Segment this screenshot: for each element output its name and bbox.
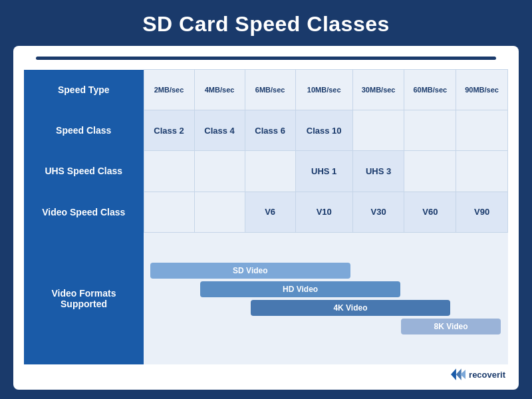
cell-90mb: 90MB/sec — [456, 70, 508, 110]
cell-uhs3: UHS 3 — [352, 151, 404, 192]
cell-v60: V60 — [404, 192, 456, 232]
sd-video-row: SD Video — [150, 263, 501, 279]
cell-class10: Class 10 — [295, 110, 352, 151]
8k-video-row: 8K Video — [150, 319, 501, 334]
cell-v10: V10 — [295, 192, 352, 232]
row-label-speed-class: Speed Class — [24, 110, 144, 151]
cell-vsc-empty1 — [144, 192, 194, 232]
cell-4mb: 4MB/sec — [194, 70, 245, 110]
4k-video-row: 4K Video — [150, 300, 501, 316]
table-row-speed-class: Speed Class Class 2 Class 4 Class 6 Clas… — [24, 110, 508, 151]
8k-video-bar: 8K Video — [401, 319, 501, 334]
cell-60mb: 60MB/sec — [404, 70, 456, 110]
video-bars: SD Video HD Video 4K Video — [148, 259, 504, 338]
video-formats-cells: SD Video HD Video 4K Video — [144, 232, 508, 364]
row-label-uhs: UHS Speed Class — [24, 151, 144, 192]
cell-class4: Class 4 — [194, 110, 245, 151]
cell-sc-empty1 — [352, 110, 404, 151]
cell-v6: V6 — [245, 192, 295, 232]
4k-video-bar: 4K Video — [251, 300, 451, 316]
cell-2mb: 2MB/sec — [144, 70, 194, 110]
table-row-video-formats: Video FormatsSupported SD Video HD Video — [24, 232, 508, 364]
sd-video-bar: SD Video — [150, 263, 350, 279]
cell-30mb: 30MB/sec — [352, 70, 404, 110]
table-row-uhs-speed-class: UHS Speed Class UHS 1 UHS 3 — [24, 151, 508, 192]
cell-uhs-empty4 — [404, 151, 456, 192]
cell-v90: V90 — [456, 192, 508, 232]
table-row-video-speed-class: Video Speed Class V6 V10 V30 V60 V90 — [24, 192, 508, 232]
cell-uhs-empty1 — [144, 151, 194, 192]
cell-uhs-empty5 — [456, 151, 508, 192]
table-row-speed-type: Speed Type 2MB/sec 4MB/sec 6MB/sec 10MB/… — [24, 70, 508, 110]
cell-sc-empty3 — [456, 110, 508, 151]
cell-class2: Class 2 — [144, 110, 194, 151]
table-wrapper: Speed Type 2MB/sec 4MB/sec 6MB/sec 10MB/… — [24, 69, 508, 364]
brand-name: recoverit — [469, 370, 505, 380]
hd-video-bar: HD Video — [200, 281, 400, 297]
cell-v30: V30 — [352, 192, 404, 232]
cell-uhs1: UHS 1 — [295, 151, 352, 192]
card: Speed Type 2MB/sec 4MB/sec 6MB/sec 10MB/… — [13, 46, 519, 390]
logo-row: recoverit — [24, 368, 508, 380]
cell-6mb: 6MB/sec — [245, 70, 295, 110]
cell-class6: Class 6 — [245, 110, 295, 151]
recoverit-icon — [451, 368, 466, 380]
row-label-video-formats: Video FormatsSupported — [24, 232, 144, 364]
row-label-speed-type: Speed Type — [24, 70, 144, 110]
cell-uhs-empty2 — [194, 151, 245, 192]
page-title: SD Card Speed Classes — [142, 12, 390, 37]
cell-10mb: 10MB/sec — [295, 70, 352, 110]
row-label-video-speed: Video Speed Class — [24, 192, 144, 232]
svg-marker-0 — [451, 368, 456, 380]
speed-class-table: Speed Type 2MB/sec 4MB/sec 6MB/sec 10MB/… — [24, 69, 508, 364]
main-container: SD Card Speed Classes Speed Type 2MB/sec… — [0, 0, 532, 399]
top-bar — [36, 57, 496, 60]
hd-video-row: HD Video — [150, 281, 501, 297]
cell-vsc-empty2 — [194, 192, 245, 232]
cell-sc-empty2 — [404, 110, 456, 151]
cell-uhs-empty3 — [245, 151, 295, 192]
